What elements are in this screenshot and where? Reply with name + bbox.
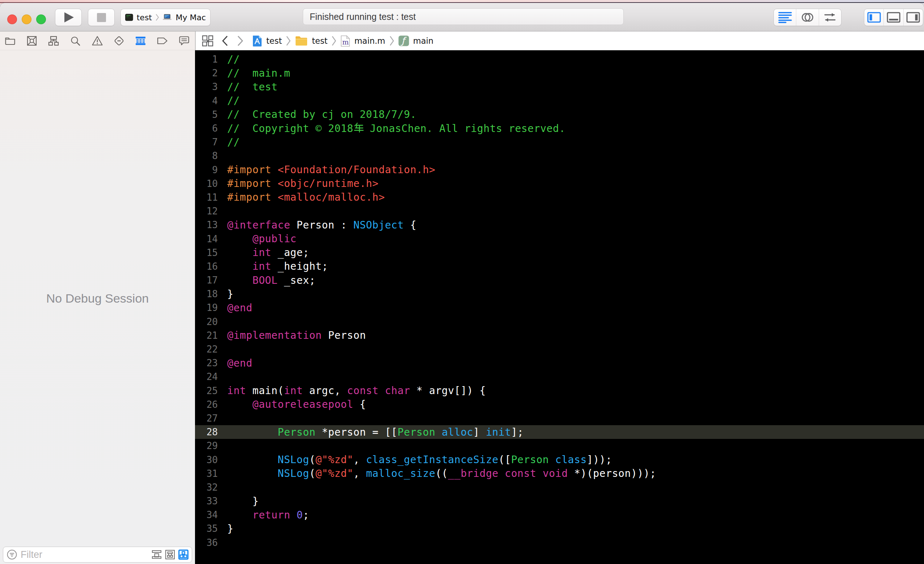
code-line[interactable]: 34 return 0;	[195, 508, 924, 522]
line-number[interactable]: 14	[195, 233, 218, 244]
line-number[interactable]: 11	[195, 192, 218, 203]
toggle-inspectors-button[interactable]	[903, 9, 923, 25]
code-line[interactable]: 6// Copyright © 2018 JonasChen. All righ…	[195, 121, 924, 135]
breadcrumb-project[interactable]: test	[252, 35, 282, 47]
code-line[interactable]: 15 int _age;	[195, 246, 924, 260]
code-line[interactable]: 5// Created by cj on 2018/7/9.	[195, 108, 924, 121]
code-line[interactable]: 29	[195, 439, 924, 453]
line-number[interactable]: 13	[195, 220, 218, 230]
source-editor[interactable]: 1//2// main.m3// test4//5// Created by c…	[195, 50, 924, 564]
close-button[interactable]	[7, 15, 17, 24]
breadcrumb-file[interactable]: m main.m	[340, 35, 385, 47]
line-number[interactable]: 23	[195, 358, 218, 368]
report-navigator-button[interactable]	[178, 35, 190, 47]
toggle-debug-area-button[interactable]	[884, 9, 903, 25]
source-control-navigator-button[interactable]	[26, 35, 38, 47]
code-line[interactable]: 11#import <malloc/malloc.h>	[195, 190, 924, 204]
code-line[interactable]: 30 NSLog(@"%zd", class_getInstanceSize([…	[195, 453, 924, 467]
standard-editor-button[interactable]	[774, 9, 796, 25]
line-number[interactable]: 6	[195, 123, 218, 134]
go-forward-button[interactable]	[236, 34, 245, 48]
code-line[interactable]: 36	[195, 536, 924, 549]
minimize-button[interactable]	[22, 15, 32, 24]
line-number[interactable]: 12	[195, 206, 218, 217]
breadcrumb-group[interactable]: test	[295, 36, 327, 46]
line-number[interactable]: 36	[195, 537, 218, 548]
code-line[interactable]: 4//	[195, 94, 924, 108]
line-number[interactable]: 29	[195, 440, 218, 451]
zoom-button[interactable]	[36, 15, 46, 24]
find-navigator-button[interactable]	[69, 35, 81, 47]
code-line[interactable]: 24	[195, 370, 924, 384]
line-number[interactable]: 31	[195, 468, 218, 479]
code-line[interactable]: 17 BOOL _sex;	[195, 273, 924, 287]
line-number[interactable]: 28	[195, 426, 218, 437]
breadcrumb-symbol[interactable]: ƒ main	[398, 36, 434, 46]
go-back-button[interactable]	[220, 34, 230, 48]
line-number[interactable]: 7	[195, 137, 218, 148]
code-line[interactable]: 3// test	[195, 80, 924, 94]
code-line[interactable]: 20	[195, 315, 924, 329]
line-number[interactable]: 24	[195, 371, 218, 382]
line-number[interactable]: 27	[195, 413, 218, 424]
assistant-editor-button[interactable]	[796, 9, 818, 25]
code-line[interactable]: 16 int _height;	[195, 260, 924, 273]
line-number[interactable]: 17	[195, 275, 218, 286]
code-line[interactable]: 19@end	[195, 301, 924, 314]
line-number[interactable]: 4	[195, 96, 218, 106]
code-line[interactable]: 1//	[195, 52, 924, 66]
code-line[interactable]: 8	[195, 149, 924, 163]
code-line[interactable]: 33 }	[195, 494, 924, 508]
code-line[interactable]: 13@interface Person : NSObject {	[195, 218, 924, 232]
line-number[interactable]: 2	[195, 67, 218, 78]
line-number[interactable]: 15	[195, 247, 218, 258]
line-number[interactable]: 1	[195, 54, 218, 65]
code-line[interactable]: 12	[195, 204, 924, 218]
project-navigator-button[interactable]	[4, 35, 16, 47]
code-line[interactable]: 26 @autoreleasepool {	[195, 398, 924, 411]
line-number[interactable]: 34	[195, 509, 218, 520]
line-number[interactable]: 33	[195, 496, 218, 507]
line-number[interactable]: 19	[195, 302, 218, 313]
version-editor-button[interactable]	[819, 9, 841, 25]
code-line[interactable]: 25int main(int argc, const char * argv[]…	[195, 384, 924, 398]
code-line[interactable]: 28 Person *person = [[Person alloc] init…	[195, 425, 924, 439]
code-line[interactable]: 2// main.m	[195, 66, 924, 80]
code-line[interactable]: 14 @public	[195, 232, 924, 245]
scheme-selector[interactable]: test My Mac	[120, 9, 210, 26]
line-number[interactable]: 20	[195, 316, 218, 327]
grouped-view-button[interactable]	[164, 549, 176, 560]
line-number[interactable]: 30	[195, 455, 218, 465]
code-line[interactable]: 21@implementation Person	[195, 329, 924, 343]
line-number[interactable]: 32	[195, 482, 218, 493]
line-number[interactable]: 3	[195, 81, 218, 92]
code-area[interactable]: 1//2// main.m3// test4//5// Created by c…	[195, 50, 924, 549]
code-line[interactable]: 22	[195, 343, 924, 356]
flat-view-button[interactable]	[151, 549, 162, 560]
symbol-navigator-button[interactable]	[47, 35, 60, 47]
line-number[interactable]: 35	[195, 523, 218, 534]
stop-button[interactable]	[88, 9, 115, 26]
run-button[interactable]	[55, 9, 82, 26]
line-number[interactable]: 9	[195, 165, 218, 175]
line-number[interactable]: 18	[195, 289, 218, 299]
line-number[interactable]: 25	[195, 385, 218, 396]
toggle-navigator-button[interactable]	[864, 9, 884, 25]
related-items-button[interactable]	[201, 34, 214, 48]
line-number[interactable]: 5	[195, 109, 218, 120]
issue-navigator-button[interactable]	[91, 35, 104, 47]
debug-navigator-button[interactable]	[135, 35, 147, 47]
code-line[interactable]: 35}	[195, 522, 924, 536]
code-line[interactable]: 18}	[195, 287, 924, 301]
code-line[interactable]: 27	[195, 411, 924, 425]
code-line[interactable]: 9#import <Foundation/Foundation.h>	[195, 163, 924, 177]
code-line[interactable]: 23@end	[195, 356, 924, 370]
hierarchy-view-button[interactable]	[178, 549, 189, 560]
line-number[interactable]: 16	[195, 261, 218, 272]
breakpoint-navigator-button[interactable]	[156, 35, 169, 47]
code-line[interactable]: 31 NSLog(@"%zd", malloc_size((__bridge c…	[195, 467, 924, 480]
line-number[interactable]: 10	[195, 178, 218, 189]
code-line[interactable]: 32	[195, 480, 924, 494]
code-line[interactable]: 10#import <objc/runtime.h>	[195, 177, 924, 190]
line-number[interactable]: 8	[195, 150, 218, 161]
